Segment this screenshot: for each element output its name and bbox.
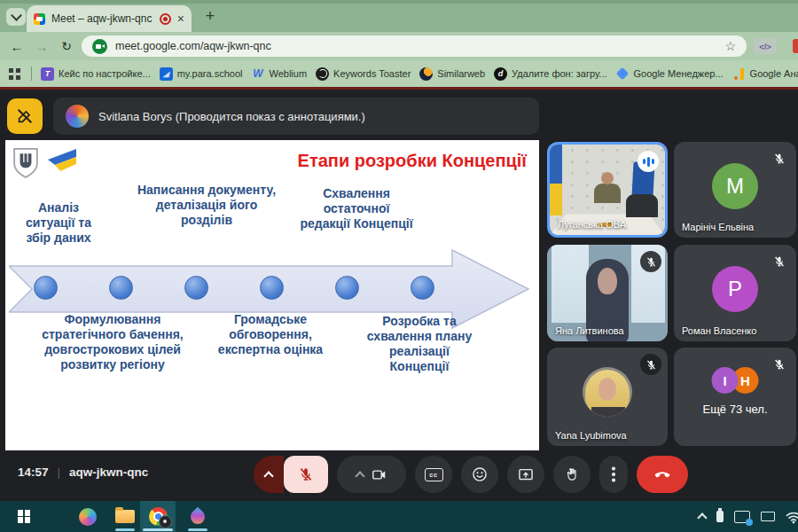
bookmark-item[interactable]: Удалите фон: загру...	[494, 67, 606, 81]
person-silhouette	[594, 184, 621, 203]
start-button[interactable]	[12, 501, 35, 532]
avatar: I	[712, 367, 739, 394]
slide-stage-label: Схвалення остаточної редакції Концепції	[298, 186, 415, 231]
extension-code-icon[interactable]	[754, 38, 777, 54]
participant-name: Луганська ОВА	[558, 219, 626, 230]
bookmark-item[interactable]: Keywords Toaster	[316, 67, 411, 81]
bookmark-favicon	[494, 67, 507, 81]
copilot-icon	[79, 508, 97, 526]
bookmark-star-icon[interactable]	[724, 39, 736, 53]
meeting-info: 14:57 | aqw-jkwn-qnc	[18, 466, 148, 479]
participant-name: Яна Литвинова	[555, 325, 624, 336]
divider	[31, 66, 32, 81]
screen: Meet – aqw-jkwn-qnc meet.google.com/aqw-…	[0, 0, 798, 532]
tab-title: Meet – aqw-jkwn-qnc	[51, 12, 153, 25]
bookmark-label: Weblium	[269, 68, 307, 79]
mic-options-button[interactable]	[254, 456, 284, 493]
taskbar-chrome-button[interactable]	[140, 501, 176, 532]
participant-tile-marinich[interactable]: M Марініч Ельвіна	[674, 142, 796, 238]
bookmark-favicon	[160, 67, 173, 81]
url-text[interactable]: meet.google.com/aqw-jkwn-qnc	[115, 40, 716, 52]
back-button[interactable]	[5, 32, 28, 60]
participant-tile-luhanska-ova[interactable]: Луганська ОВА	[547, 142, 668, 238]
avatar-face	[598, 378, 616, 401]
address-bar[interactable]: meet.google.com/aqw-jkwn-qnc	[82, 35, 747, 57]
apps-grid-icon[interactable]	[9, 68, 20, 80]
taskbar-copilot-button[interactable]	[74, 501, 101, 532]
browser-toolbar: meet.google.com/aqw-jkwn-qnc	[0, 32, 798, 60]
participant-tile-lyubimova[interactable]: Yana Lyubimova	[547, 348, 668, 446]
mic-off-icon	[769, 148, 790, 169]
participant-name: Роман Власенко	[682, 325, 756, 336]
tray-chevron-up-icon[interactable]	[697, 512, 707, 522]
taskbar-paint-button[interactable]	[183, 501, 213, 532]
person-silhouette	[626, 194, 658, 217]
clipped-extension-icon[interactable]	[793, 39, 798, 53]
windows-taskbar	[0, 501, 798, 532]
slide-stage-label: Громадське обговорення, експертна оцінка	[204, 312, 337, 357]
system-tray	[699, 501, 798, 532]
ukraine-trident-emblem-icon	[12, 146, 39, 180]
presenter-avatar	[66, 105, 89, 128]
bookmark-label: Google Менеджер...	[634, 68, 724, 79]
divider: |	[58, 466, 61, 479]
more-options-button[interactable]	[599, 456, 628, 493]
meet-camera-badge-icon	[92, 39, 107, 54]
presented-slide: Етапи розробки Концепції Аналіз ситуації…	[5, 140, 539, 450]
bookmark-label: Similarweb	[437, 68, 485, 79]
bookmark-item[interactable]: Similarweb	[419, 67, 485, 81]
running-app-indicator	[143, 528, 173, 531]
meet-page: Svitlana Borys (Проводится показ с аннот…	[0, 90, 798, 501]
slide-stage-label: Розробка та схвалення плану реалізації К…	[361, 314, 478, 374]
slide-stage-label: Формулювання стратегічного бачення, довг…	[35, 312, 191, 372]
reload-button[interactable]	[55, 32, 78, 60]
raise-hand-button[interactable]	[553, 456, 591, 493]
meet-favicon-icon	[34, 13, 45, 25]
participant-initials-group: I H	[712, 367, 759, 394]
overflow-participants-tile[interactable]: I H Ещё 73 чел.	[674, 348, 796, 446]
bookmark-item[interactable]: Кейс по настройке...	[41, 67, 151, 81]
new-tab-button[interactable]	[200, 6, 220, 26]
bookmark-item[interactable]: Google Аналитика	[732, 67, 798, 81]
device-icon[interactable]	[761, 512, 775, 521]
phone-end-icon	[653, 465, 672, 484]
wifi-icon[interactable]	[786, 510, 798, 524]
process-step-dot	[411, 276, 434, 300]
chrome-badge-icon	[159, 515, 172, 528]
bookmark-label: Кейс по настройке...	[59, 68, 151, 79]
tab-search-button[interactable]	[6, 8, 26, 26]
browser-tab[interactable]: Meet – aqw-jkwn-qnc	[27, 5, 192, 32]
tab-close-icon[interactable]	[177, 12, 184, 25]
usb-device-icon[interactable]	[716, 511, 724, 522]
bookmark-label: Google Аналитика	[750, 68, 798, 79]
bookmark-item[interactable]: my.para.school	[160, 67, 243, 81]
bookmark-item[interactable]: Google Менеджер...	[616, 67, 724, 81]
vertical-dots-icon	[612, 473, 615, 476]
mic-off-icon	[769, 354, 790, 375]
more-participants-label: Ещё 73 чел.	[674, 403, 796, 416]
screen-cast-icon[interactable]	[734, 511, 750, 523]
present-screen-button[interactable]	[507, 456, 544, 493]
taskbar-explorer-button[interactable]	[110, 501, 140, 532]
hand-icon	[564, 466, 581, 483]
camera-control-group[interactable]	[337, 456, 406, 493]
running-app-indicator	[188, 528, 207, 531]
annotations-toggle-button[interactable]	[7, 98, 43, 134]
slide-stage-label: Написання документу, деталізація його ро…	[135, 183, 278, 228]
mic-off-icon	[769, 251, 790, 272]
process-step-dot	[260, 276, 284, 300]
participant-name: Yana Lyubimova	[555, 430, 627, 441]
end-call-button[interactable]	[637, 456, 688, 493]
reactions-button[interactable]	[461, 456, 498, 493]
bookmark-item[interactable]: Weblium	[251, 67, 307, 81]
participant-tile-vlasenko[interactable]: P Роман Власенко	[674, 245, 796, 341]
avatar: M	[712, 163, 758, 209]
bookmark-favicon	[316, 67, 329, 81]
annotation-off-icon	[15, 106, 35, 126]
captions-button[interactable]	[415, 456, 452, 493]
mic-mute-button[interactable]	[284, 456, 328, 493]
mic-off-icon	[640, 354, 661, 375]
forward-button[interactable]	[30, 32, 53, 60]
participant-tile-litvinova[interactable]: Яна Литвинова	[547, 245, 668, 341]
slide-title: Етапи розробки Концепції	[298, 151, 527, 171]
